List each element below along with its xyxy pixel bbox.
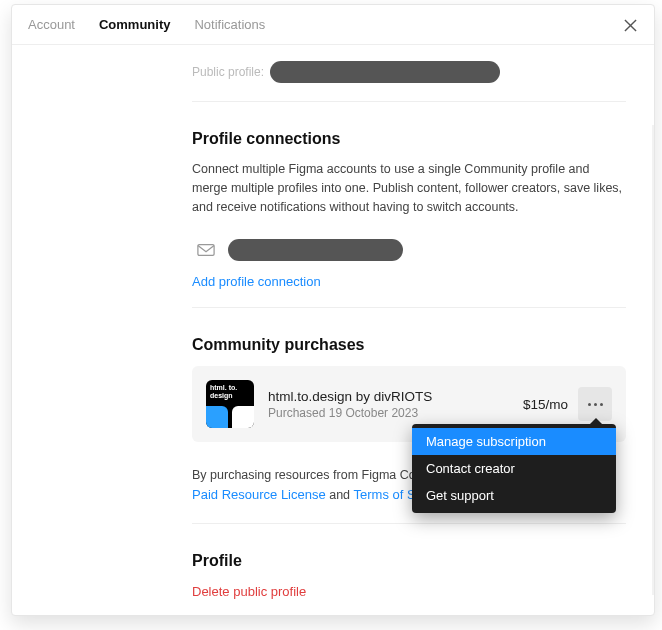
paid-license-link[interactable]: Paid Resource License: [192, 487, 326, 502]
more-options-button[interactable]: [578, 387, 612, 421]
profile-connections-section: Profile connections Connect multiple Fig…: [192, 102, 626, 308]
modal-content: Public profile: Profile connections Conn…: [12, 45, 654, 616]
tab-community[interactable]: Community: [99, 17, 171, 32]
public-profile-row: Public profile:: [192, 45, 626, 102]
close-icon: [624, 19, 637, 32]
section-heading: Profile connections: [192, 130, 626, 148]
menu-get-support[interactable]: Get support: [412, 482, 616, 509]
settings-modal: Account Community Notifications Public p…: [11, 4, 655, 616]
menu-contact-creator[interactable]: Contact creator: [412, 455, 616, 482]
svg-rect-2: [198, 245, 214, 256]
purchase-title: html.to.design by divRIOTS: [268, 389, 523, 404]
scrollbar[interactable]: [652, 125, 654, 595]
tab-notifications[interactable]: Notifications: [194, 17, 265, 32]
thumb-label: html. to. design: [210, 384, 254, 399]
add-connection-link[interactable]: Add profile connection: [192, 274, 626, 289]
connection-row: [192, 230, 626, 274]
redacted-email: [228, 239, 403, 261]
mail-icon: [192, 236, 220, 264]
section-heading: Community purchases: [192, 336, 626, 354]
public-profile-label: Public profile:: [192, 65, 264, 79]
purchase-options-menu: Manage subscription Contact creator Get …: [412, 424, 616, 513]
delete-profile-link[interactable]: Delete public profile: [192, 584, 626, 599]
tab-bar: Account Community Notifications: [12, 5, 654, 45]
section-description: Connect multiple Figma accounts to use a…: [192, 160, 626, 216]
menu-manage-subscription[interactable]: Manage subscription: [412, 428, 616, 455]
purchase-price: $15/mo: [523, 397, 568, 412]
profile-section: Profile Delete public profile: [192, 524, 626, 599]
close-button[interactable]: [618, 13, 642, 37]
section-heading: Profile: [192, 552, 626, 570]
purchase-date: Purchased 19 October 2023: [268, 406, 523, 420]
redacted-value: [270, 61, 500, 83]
tab-account[interactable]: Account: [28, 17, 75, 32]
product-thumbnail: html. to. design: [206, 380, 254, 428]
